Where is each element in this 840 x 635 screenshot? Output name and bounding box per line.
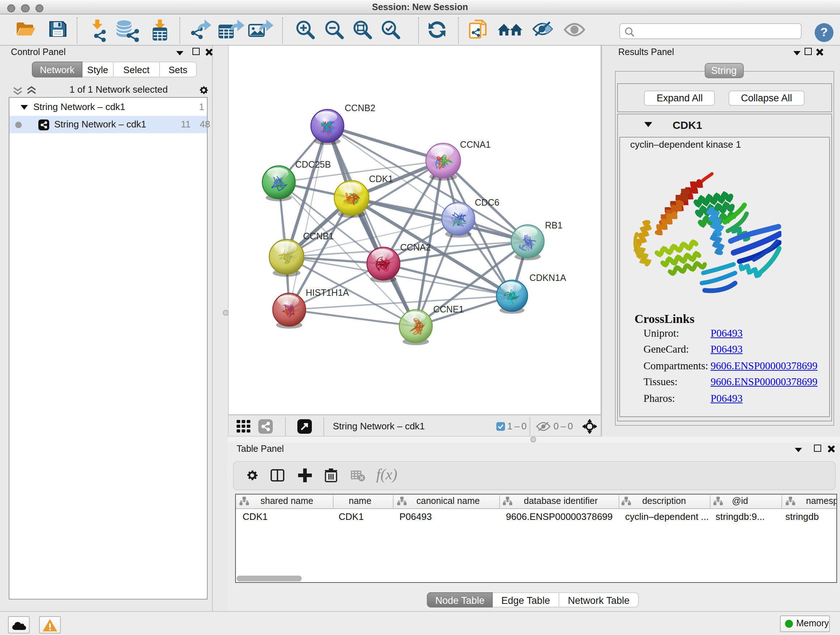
svg-text:CCNB1: CCNB1 <box>303 231 334 241</box>
svg-text:RB1: RB1 <box>545 220 562 230</box>
svg-text:CCNA1: CCNA1 <box>460 139 491 149</box>
svg-text:CCNE1: CCNE1 <box>433 304 464 314</box>
svg-text:CDKN1A: CDKN1A <box>529 272 566 283</box>
svg-text:HIST1H1A: HIST1H1A <box>306 287 349 298</box>
svg-text:CCNB2: CCNB2 <box>345 103 376 113</box>
svg-text:CCNA2: CCNA2 <box>400 242 431 252</box>
svg-text:CDK1: CDK1 <box>369 174 393 184</box>
svg-text:CDC25B: CDC25B <box>295 159 331 169</box>
svg-text:CDC6: CDC6 <box>475 197 499 207</box>
